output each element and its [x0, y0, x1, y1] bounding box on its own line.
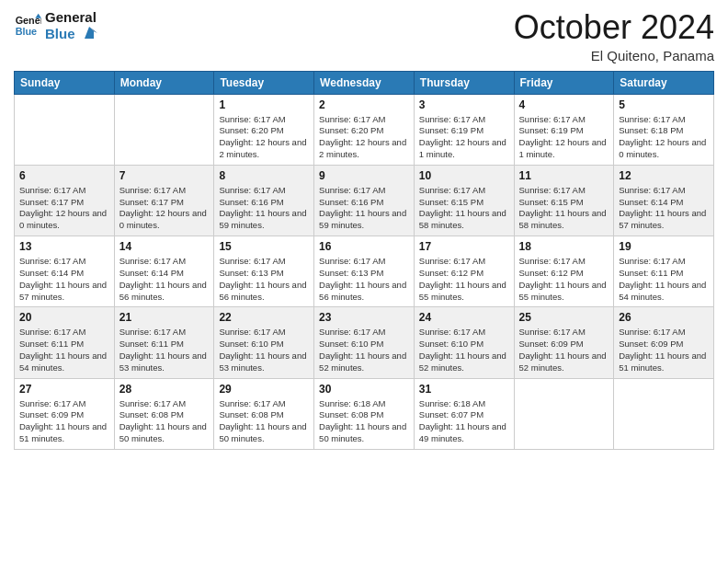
day-number: 5 — [619, 98, 709, 111]
cell-content: 24Sunrise: 6:17 AM Sunset: 6:10 PM Dayli… — [419, 311, 509, 373]
cell-content: 25Sunrise: 6:17 AM Sunset: 6:09 PM Dayli… — [519, 311, 609, 373]
table-row — [114, 94, 214, 165]
day-info: Sunrise: 6:17 AM Sunset: 6:18 PM Dayligh… — [619, 114, 709, 161]
subtitle: El Quiteno, Panama — [514, 48, 714, 63]
day-info: Sunrise: 6:17 AM Sunset: 6:11 PM Dayligh… — [19, 327, 109, 373]
day-info: Sunrise: 6:17 AM Sunset: 6:13 PM Dayligh… — [319, 256, 409, 303]
table-row: 7Sunrise: 6:17 AM Sunset: 6:17 PM Daylig… — [114, 165, 214, 236]
day-number: 2 — [319, 98, 409, 111]
day-info: Sunrise: 6:17 AM Sunset: 6:16 PM Dayligh… — [219, 185, 309, 232]
day-info: Sunrise: 6:17 AM Sunset: 6:10 PM Dayligh… — [219, 327, 309, 373]
title-block: October 2024 El Quiteno, Panama — [514, 9, 714, 63]
day-number: 11 — [519, 169, 609, 182]
day-number: 31 — [419, 383, 509, 396]
table-row: 5Sunrise: 6:17 AM Sunset: 6:18 PM Daylig… — [614, 94, 714, 165]
day-info: Sunrise: 6:17 AM Sunset: 6:14 PM Dayligh… — [619, 185, 709, 232]
table-row: 16Sunrise: 6:17 AM Sunset: 6:13 PM Dayli… — [314, 236, 415, 307]
day-number: 23 — [319, 311, 409, 324]
day-info: Sunrise: 6:17 AM Sunset: 6:17 PM Dayligh… — [19, 185, 109, 232]
calendar-week-row: 20Sunrise: 6:17 AM Sunset: 6:11 PM Dayli… — [15, 307, 714, 378]
cell-content: 3Sunrise: 6:17 AM Sunset: 6:19 PM Daylig… — [419, 98, 509, 161]
cell-content: 12Sunrise: 6:17 AM Sunset: 6:14 PM Dayli… — [619, 169, 709, 232]
table-row: 21Sunrise: 6:17 AM Sunset: 6:11 PM Dayli… — [114, 307, 214, 378]
day-info: Sunrise: 6:17 AM Sunset: 6:19 PM Dayligh… — [519, 114, 609, 161]
cell-content: 27Sunrise: 6:17 AM Sunset: 6:09 PM Dayli… — [19, 383, 109, 445]
day-info: Sunrise: 6:17 AM Sunset: 6:13 PM Dayligh… — [219, 256, 309, 303]
day-number: 17 — [419, 240, 509, 253]
day-info: Sunrise: 6:17 AM Sunset: 6:20 PM Dayligh… — [319, 114, 409, 161]
table-row — [514, 378, 614, 449]
cell-content: 21Sunrise: 6:17 AM Sunset: 6:11 PM Dayli… — [119, 311, 210, 373]
day-number: 27 — [19, 383, 109, 396]
table-row: 14Sunrise: 6:17 AM Sunset: 6:14 PM Dayli… — [114, 236, 214, 307]
table-row: 18Sunrise: 6:17 AM Sunset: 6:12 PM Dayli… — [514, 236, 614, 307]
day-number: 29 — [219, 383, 309, 396]
logo-text: GeneralBlue — [45, 9, 97, 42]
table-row: 8Sunrise: 6:17 AM Sunset: 6:16 PM Daylig… — [214, 165, 314, 236]
day-info: Sunrise: 6:17 AM Sunset: 6:08 PM Dayligh… — [119, 398, 210, 445]
day-info: Sunrise: 6:17 AM Sunset: 6:10 PM Dayligh… — [419, 327, 509, 373]
day-number: 4 — [519, 98, 609, 111]
cell-content: 13Sunrise: 6:17 AM Sunset: 6:14 PM Dayli… — [19, 240, 109, 303]
table-row: 3Sunrise: 6:17 AM Sunset: 6:19 PM Daylig… — [414, 94, 514, 165]
cell-content: 28Sunrise: 6:17 AM Sunset: 6:08 PM Dayli… — [119, 383, 210, 445]
calendar-week-row: 1Sunrise: 6:17 AM Sunset: 6:20 PM Daylig… — [15, 94, 714, 165]
day-number: 16 — [319, 240, 409, 253]
cell-content: 18Sunrise: 6:17 AM Sunset: 6:12 PM Dayli… — [519, 240, 609, 303]
day-number: 15 — [219, 240, 309, 253]
day-info: Sunrise: 6:18 AM Sunset: 6:07 PM Dayligh… — [419, 398, 509, 445]
cell-content: 14Sunrise: 6:17 AM Sunset: 6:14 PM Dayli… — [119, 240, 210, 303]
day-info: Sunrise: 6:18 AM Sunset: 6:08 PM Dayligh… — [319, 398, 409, 445]
day-number: 20 — [19, 311, 109, 324]
table-row — [614, 378, 714, 449]
table-row: 19Sunrise: 6:17 AM Sunset: 6:11 PM Dayli… — [614, 236, 714, 307]
calendar-week-row: 27Sunrise: 6:17 AM Sunset: 6:09 PM Dayli… — [15, 378, 714, 449]
day-number: 14 — [119, 240, 210, 253]
day-info: Sunrise: 6:17 AM Sunset: 6:16 PM Dayligh… — [319, 185, 409, 232]
day-number: 26 — [619, 311, 709, 324]
table-row: 27Sunrise: 6:17 AM Sunset: 6:09 PM Dayli… — [15, 378, 115, 449]
cell-content: 10Sunrise: 6:17 AM Sunset: 6:15 PM Dayli… — [419, 169, 509, 232]
day-info: Sunrise: 6:17 AM Sunset: 6:11 PM Dayligh… — [119, 327, 210, 373]
cell-content: 30Sunrise: 6:18 AM Sunset: 6:08 PM Dayli… — [319, 383, 409, 445]
cell-content: 7Sunrise: 6:17 AM Sunset: 6:17 PM Daylig… — [119, 169, 210, 232]
cell-content: 19Sunrise: 6:17 AM Sunset: 6:11 PM Dayli… — [619, 240, 709, 303]
header-wednesday: Wednesday — [314, 71, 415, 94]
day-info: Sunrise: 6:17 AM Sunset: 6:15 PM Dayligh… — [519, 185, 609, 232]
day-number: 19 — [619, 240, 709, 253]
day-info: Sunrise: 6:17 AM Sunset: 6:14 PM Dayligh… — [119, 256, 210, 303]
table-row: 13Sunrise: 6:17 AM Sunset: 6:14 PM Dayli… — [15, 236, 115, 307]
cell-content: 20Sunrise: 6:17 AM Sunset: 6:11 PM Dayli… — [19, 311, 109, 373]
table-row: 26Sunrise: 6:17 AM Sunset: 6:09 PM Dayli… — [614, 307, 714, 378]
logo-icon: General Blue — [14, 12, 41, 40]
cell-content: 4Sunrise: 6:17 AM Sunset: 6:19 PM Daylig… — [519, 98, 609, 161]
day-info: Sunrise: 6:17 AM Sunset: 6:15 PM Dayligh… — [419, 185, 509, 232]
table-row: 23Sunrise: 6:17 AM Sunset: 6:10 PM Dayli… — [314, 307, 415, 378]
day-info: Sunrise: 6:17 AM Sunset: 6:17 PM Dayligh… — [119, 185, 210, 232]
cell-content: 26Sunrise: 6:17 AM Sunset: 6:09 PM Dayli… — [619, 311, 709, 373]
svg-marker-3 — [85, 27, 94, 39]
cell-content: 16Sunrise: 6:17 AM Sunset: 6:13 PM Dayli… — [319, 240, 409, 303]
table-row: 2Sunrise: 6:17 AM Sunset: 6:20 PM Daylig… — [314, 94, 415, 165]
day-info: Sunrise: 6:17 AM Sunset: 6:09 PM Dayligh… — [19, 398, 109, 445]
table-row: 20Sunrise: 6:17 AM Sunset: 6:11 PM Dayli… — [15, 307, 115, 378]
cell-content: 15Sunrise: 6:17 AM Sunset: 6:13 PM Dayli… — [219, 240, 309, 303]
table-row: 22Sunrise: 6:17 AM Sunset: 6:10 PM Dayli… — [214, 307, 314, 378]
page: General Blue GeneralBlue October 2024 El… — [0, 0, 728, 563]
cell-content: 2Sunrise: 6:17 AM Sunset: 6:20 PM Daylig… — [319, 98, 409, 161]
day-info: Sunrise: 6:17 AM Sunset: 6:12 PM Dayligh… — [519, 256, 609, 303]
day-number: 30 — [319, 383, 409, 396]
table-row: 11Sunrise: 6:17 AM Sunset: 6:15 PM Dayli… — [514, 165, 614, 236]
day-number: 3 — [419, 98, 509, 111]
day-info: Sunrise: 6:17 AM Sunset: 6:12 PM Dayligh… — [419, 256, 509, 303]
month-title: October 2024 — [514, 9, 714, 46]
day-info: Sunrise: 6:17 AM Sunset: 6:11 PM Dayligh… — [619, 256, 709, 303]
day-number: 6 — [19, 169, 109, 182]
header-saturday: Saturday — [614, 71, 714, 94]
calendar-week-row: 13Sunrise: 6:17 AM Sunset: 6:14 PM Dayli… — [15, 236, 714, 307]
calendar-header-row: Sunday Monday Tuesday Wednesday Thursday… — [15, 71, 714, 94]
cell-content: 1Sunrise: 6:17 AM Sunset: 6:20 PM Daylig… — [219, 98, 309, 161]
table-row: 28Sunrise: 6:17 AM Sunset: 6:08 PM Dayli… — [114, 378, 214, 449]
table-row: 25Sunrise: 6:17 AM Sunset: 6:09 PM Dayli… — [514, 307, 614, 378]
cell-content: 29Sunrise: 6:17 AM Sunset: 6:08 PM Dayli… — [219, 383, 309, 445]
